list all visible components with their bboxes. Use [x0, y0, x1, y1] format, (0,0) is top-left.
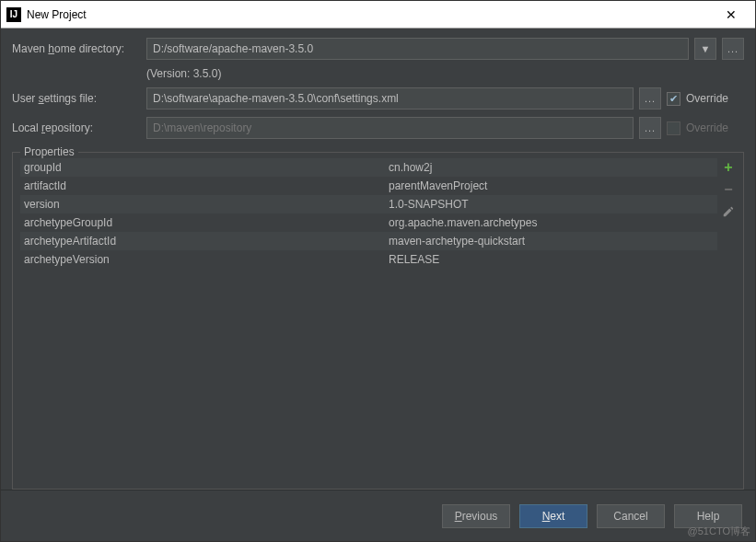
checkbox-icon: ✔: [667, 92, 680, 106]
maven-home-input[interactable]: D:/software/apache-maven-3.5.0: [146, 38, 689, 60]
user-settings-input[interactable]: D:\software\apache-maven-3.5.0\conf\sett…: [146, 87, 634, 110]
properties-panel: Properties groupIdcn.how2j artifactIdpar…: [12, 152, 744, 490]
local-repo-browse-button[interactable]: ...: [639, 117, 661, 139]
user-settings-label: User settings file:: [12, 92, 141, 105]
local-repo-row: Local repository: D:\maven\repository ..…: [12, 117, 744, 139]
table-row[interactable]: version1.0-SNAPSHOT: [20, 195, 717, 213]
user-settings-override-checkbox[interactable]: ✔ Override: [667, 92, 744, 106]
table-row[interactable]: artifactIdparentMavenProject: [20, 177, 717, 195]
properties-legend: Properties: [20, 145, 78, 158]
app-icon: IJ: [6, 7, 21, 22]
checkbox-icon: [667, 121, 680, 135]
footer: Previous Next Cancel Help: [1, 490, 755, 541]
user-settings-row: User settings file: D:\software\apache-m…: [12, 87, 744, 110]
properties-actions: + −: [717, 158, 739, 485]
close-icon[interactable]: ✕: [713, 2, 750, 28]
maven-home-row: Maven home directory: D:/software/apache…: [12, 38, 744, 60]
edit-icon[interactable]: [721, 204, 736, 219]
previous-button[interactable]: Previous: [442, 504, 510, 528]
remove-icon[interactable]: −: [721, 182, 736, 197]
override-label: Override: [686, 92, 728, 105]
user-settings-browse-button[interactable]: ...: [639, 87, 661, 110]
maven-home-dropdown[interactable]: ▼: [694, 38, 716, 60]
maven-home-browse-button[interactable]: ...: [722, 38, 744, 60]
local-repo-input[interactable]: D:\maven\repository: [146, 117, 634, 139]
content-area: Maven home directory: D:/software/apache…: [1, 29, 755, 490]
window-title: New Project: [27, 8, 713, 21]
titlebar: IJ New Project ✕: [1, 1, 755, 29]
watermark-text: @51CTO博客: [688, 525, 750, 538]
table-row[interactable]: groupIdcn.how2j: [20, 158, 717, 177]
table-row[interactable]: archetypeGroupIdorg.apache.maven.archety…: [20, 213, 717, 232]
add-icon[interactable]: +: [721, 160, 736, 175]
next-button[interactable]: Next: [519, 504, 587, 528]
maven-version-text: (Version: 3.5.0): [12, 67, 744, 80]
table-row[interactable]: archetypeArtifactIdmaven-archetype-quick…: [20, 232, 717, 250]
local-repo-label: Local repository:: [12, 121, 141, 134]
override-label: Override: [686, 121, 728, 134]
table-row[interactable]: archetypeVersionRELEASE: [20, 250, 717, 269]
cancel-button[interactable]: Cancel: [597, 504, 665, 528]
local-repo-override-checkbox[interactable]: Override: [667, 121, 744, 135]
properties-table[interactable]: groupIdcn.how2j artifactIdparentMavenPro…: [20, 158, 717, 485]
maven-home-label: Maven home directory:: [12, 42, 141, 55]
